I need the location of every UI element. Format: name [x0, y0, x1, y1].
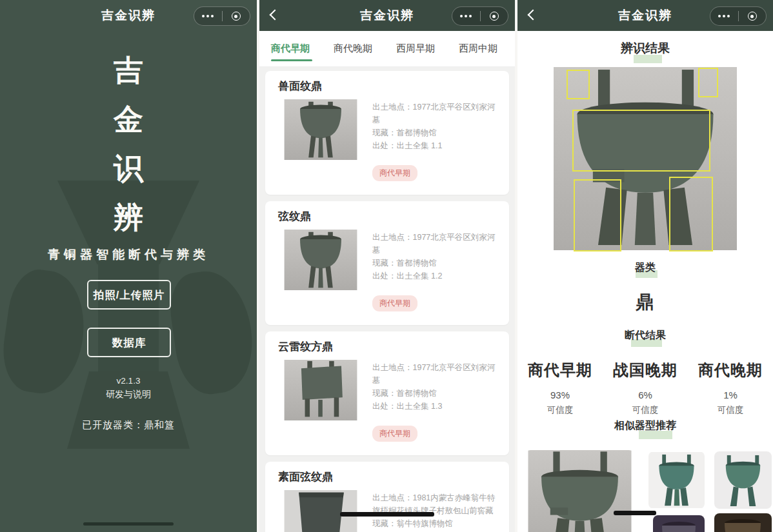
vessel-details: 出土地点：1977北京平谷区刘家河墓 现藏：首都博物馆 出处：出土全集 1.1: [372, 101, 499, 152]
category-label: 器类: [517, 261, 773, 275]
logo-char: 金: [0, 95, 257, 144]
similar-item-thumbnail[interactable]: [714, 451, 772, 509]
confidence-label: 可信度: [517, 404, 603, 416]
dev-info-link[interactable]: 研发与说明: [0, 389, 257, 400]
upload-photo-button[interactable]: 拍照/上传照片: [87, 280, 171, 310]
detection-box-left-leg: [574, 179, 621, 251]
logo-char: 吉: [0, 46, 257, 95]
version-label: v2.1.3: [0, 376, 257, 386]
similar-item-thumbnail[interactable]: [648, 451, 705, 509]
confidence-percent: 6%: [603, 389, 688, 400]
similar-items-label: 相似器型推荐: [517, 419, 773, 433]
dating-label: 断代结果: [517, 329, 773, 342]
similar-item-thumbnail[interactable]: [653, 515, 705, 532]
database-screen: 吉金识辨 商代早期 商代晚期 西周早期 西周中期 西周晚期 兽面纹鼎 出土地点：…: [259, 0, 515, 532]
result-screen: 吉金识辨 辨识结果 器类 鼎 断代结果 商代早期 93% 可: [517, 0, 773, 532]
home-navbar: 吉金识辨: [0, 0, 257, 31]
period-name: 商代早期: [517, 360, 603, 380]
dating-result: 商代早期 93% 可信度: [517, 360, 603, 416]
excavation-site: 出土地点：1977北京平谷区刘家河墓: [372, 361, 499, 387]
more-menu-icon[interactable]: [452, 7, 480, 25]
period-tag: 商代早期: [372, 426, 417, 442]
detection-photo: [554, 64, 737, 253]
tab-shang-early[interactable]: 商代早期: [271, 43, 310, 55]
vessel-name: 云雷纹方鼎: [278, 339, 333, 354]
dating-result: 商代晚期 1% 可信度: [688, 360, 773, 416]
more-menu-icon[interactable]: [710, 7, 738, 25]
wechat-capsule: [710, 6, 767, 26]
confidence-percent: 93%: [517, 389, 603, 400]
vessel-photo: [278, 230, 363, 290]
collection: 现藏：翁牛特旗博物馆: [372, 517, 499, 530]
confidence-percent: 1%: [688, 389, 773, 400]
app-collage: 吉金识辨 吉 金 识 辨 青铜器智能断代与辨类 拍照/上传照片 数据库 v2.1…: [0, 0, 773, 532]
home-indicator-bar: [83, 522, 174, 526]
confidence-label: 可信度: [603, 404, 688, 416]
source: 出处：出土全集 1.2: [372, 270, 499, 282]
excavation-site: 出土地点：1977北京平谷区刘家河墓: [372, 231, 499, 257]
detection-box-body: [572, 110, 710, 172]
similar-item-thumbnail-large[interactable]: [524, 450, 636, 532]
close-minimize-icon[interactable]: [481, 7, 508, 25]
period-tag: 商代早期: [372, 165, 417, 181]
period-tabbar: 商代早期 商代晚期 西周早期 西周中期 西周晚期: [259, 31, 515, 67]
collection: 现藏：首都博物馆: [372, 257, 499, 270]
dating-results: 商代早期 93% 可信度 战国晚期 6% 可信度 商代晚期 1% 可信度: [517, 360, 773, 416]
close-minimize-icon[interactable]: [223, 7, 250, 25]
period-name: 商代晚期: [688, 360, 773, 380]
vessel-photo: [278, 490, 363, 532]
tab-shang-late[interactable]: 商代晚期: [334, 43, 372, 55]
app-logo-vertical: 吉 金 识 辨: [0, 46, 257, 242]
confidence-label: 可信度: [688, 404, 773, 416]
home-screen: 吉金识辨 吉 金 识 辨 青铜器智能断代与辨类 拍照/上传照片 数据库 v2.1…: [0, 0, 257, 532]
vessel-photo: [278, 360, 363, 420]
dating-result: 战国晚期 6% 可信度: [603, 360, 688, 416]
category-value: 鼎: [517, 290, 773, 315]
logo-char: 识: [0, 144, 257, 193]
app-subtitle: 青铜器智能断代与辨类: [0, 246, 257, 263]
more-menu-icon[interactable]: [194, 7, 222, 25]
similar-item-thumbnail[interactable]: [714, 513, 772, 532]
period-name: 战国晚期: [603, 360, 688, 380]
database-button[interactable]: 数据库: [87, 328, 171, 357]
vessel-photo: [278, 99, 363, 160]
tab-west-zhou-early[interactable]: 西周早期: [396, 43, 435, 55]
source: 出处：出土全集 1.3: [372, 400, 499, 413]
vessel-details: 出土地点：1981内蒙古赤峰翁牛特旗梧桐花镇头牌子村敖包山前窖藏 现藏：翁牛特旗…: [372, 491, 499, 530]
collection: 现藏：首都博物馆: [372, 126, 499, 139]
vessel-card[interactable]: 素面弦纹鼎 出土地点：1981内蒙古赤峰翁牛特旗梧桐花镇头牌子村敖包山前窖藏 现…: [265, 462, 509, 532]
active-tab-underline: [271, 59, 312, 61]
wechat-capsule: [194, 6, 250, 26]
database-navbar: 吉金识辨: [259, 0, 515, 31]
vessel-card[interactable]: 兽面纹鼎 出土地点：1977北京平谷区刘家河墓 现藏：首都博物馆 出处：出土全集…: [265, 71, 509, 195]
vessel-name: 兽面纹鼎: [278, 79, 322, 94]
annotation-connector-line: [614, 511, 656, 515]
close-minimize-icon[interactable]: [739, 7, 767, 25]
vessel-details: 出土地点：1977北京平谷区刘家河墓 现藏：首都博物馆 出处：出土全集 1.2: [372, 231, 499, 282]
collection: 现藏：首都博物馆: [372, 387, 499, 400]
detection-box-left-ear: [567, 70, 590, 99]
detection-box-right-leg: [669, 177, 713, 251]
result-heading: 辨识结果: [517, 40, 773, 57]
period-tag: 商代早期: [372, 295, 417, 311]
vessel-card[interactable]: 弦纹鼎 出土地点：1977北京平谷区刘家河墓 现藏：首都博物馆 出处：出土全集 …: [265, 201, 509, 325]
detection-box-right-ear: [698, 68, 718, 97]
tab-west-zhou-mid[interactable]: 西周中期: [459, 43, 497, 55]
vessel-name: 素面弦纹鼎: [278, 469, 333, 484]
vessel-details: 出土地点：1977北京平谷区刘家河墓 现藏：首都博物馆 出处：出土全集 1.3: [372, 361, 499, 413]
logo-char: 辨: [0, 193, 257, 242]
annotation-connector-line: [340, 512, 434, 517]
vessel-name: 弦纹鼎: [278, 209, 311, 224]
excavation-site: 出土地点：1977北京平谷区刘家河墓: [372, 101, 499, 126]
open-types-label: 已开放器类：鼎和簋: [0, 419, 257, 431]
source: 出处：出土全集 1.1: [372, 139, 499, 152]
wechat-capsule: [452, 6, 508, 26]
result-navbar: 吉金识辨: [517, 0, 773, 31]
vessel-card[interactable]: 云雷纹方鼎 出土地点：1977北京平谷区刘家河墓 现藏：首都博物馆 出处：出土全…: [265, 331, 509, 455]
